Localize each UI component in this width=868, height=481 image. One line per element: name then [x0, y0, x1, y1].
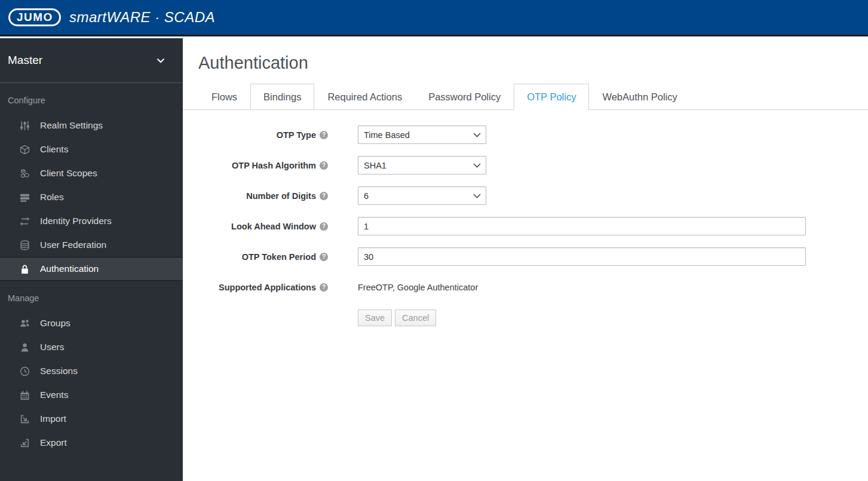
sidebar-item-label: Authentication: [40, 264, 99, 274]
page-title: Authentication: [198, 53, 868, 73]
form-row-otp-type: OTP Type Time Based: [198, 125, 868, 144]
otp-hash-algorithm-select[interactable]: SHA1: [358, 156, 486, 174]
sidebar-item-label: Events: [40, 390, 68, 400]
tab-bar: Flows Bindings Required Actions Password…: [183, 84, 868, 110]
jumo-logo-mark: JUMO: [8, 8, 61, 26]
jumo-logo: JUMO smartWARE · SCADA: [8, 8, 215, 26]
help-icon[interactable]: [320, 222, 328, 231]
supported-applications-value: FreeOTP, Google Authenticator: [358, 283, 478, 292]
main-content: Authentication Flows Bindings Required A…: [183, 38, 868, 481]
sidebar-item-user-federation[interactable]: User Federation: [0, 233, 183, 257]
number-of-digits-select[interactable]: 6: [358, 186, 486, 205]
help-icon[interactable]: [320, 283, 328, 292]
sidebar-item-events[interactable]: Events: [0, 383, 183, 407]
form-row-supported-applications: Supported Applications FreeOTP, Google A…: [198, 278, 868, 296]
export-icon: [20, 438, 30, 448]
section-label-configure: Configure: [0, 96, 183, 105]
cube-icon: [20, 145, 30, 155]
form-row-number-of-digits: Number of Digits 6: [198, 186, 868, 205]
sidebar-item-label: Clients: [40, 144, 68, 155]
sidebar-item-label: Sessions: [40, 366, 78, 376]
supported-applications-label: Supported Applications: [198, 283, 328, 292]
realm-selector-dropdown[interactable]: Master: [0, 38, 183, 83]
field-label-text: OTP Token Period: [242, 252, 316, 262]
otp-policy-form: OTP Type Time Based OTP Hash Algorithm: [198, 125, 868, 327]
tab-otp-policy[interactable]: OTP Policy: [514, 84, 589, 110]
import-icon: [20, 414, 30, 424]
sidebar-item-users[interactable]: Users: [0, 335, 183, 359]
user-icon: [20, 342, 30, 353]
form-row-look-ahead-window: Look Ahead Window: [198, 217, 868, 235]
cubes-icon: [20, 168, 30, 179]
tab-required-actions[interactable]: Required Actions: [314, 84, 415, 109]
tab-flows[interactable]: Flows: [198, 84, 250, 109]
sliders-icon: [20, 121, 30, 131]
lock-icon: [20, 264, 30, 274]
section-label-manage: Manage: [0, 293, 183, 303]
help-icon[interactable]: [320, 192, 328, 200]
field-label-text: OTP Type: [277, 130, 316, 140]
sidebar-item-roles[interactable]: Roles: [0, 185, 183, 209]
exchange-icon: [20, 216, 30, 226]
product-name: smartWARE · SCADA: [69, 9, 215, 26]
sidebar-item-label: Import: [40, 413, 66, 424]
otp-hash-algorithm-label: OTP Hash Algorithm: [198, 161, 328, 170]
field-label-text: Supported Applications: [219, 283, 316, 292]
otp-token-period-label: OTP Token Period: [198, 252, 328, 262]
sidebar-item-label: Identity Providers: [40, 216, 112, 226]
sidebar-item-label: Roles: [40, 192, 64, 203]
look-ahead-window-input[interactable]: [358, 217, 806, 235]
sidebar-item-export[interactable]: Export: [0, 431, 183, 455]
help-icon[interactable]: [320, 161, 328, 170]
cancel-button[interactable]: Cancel: [395, 310, 436, 326]
otp-type-label: OTP Type: [198, 130, 328, 140]
sidebar-item-identity-providers[interactable]: Identity Providers: [0, 209, 183, 233]
sidebar: Master Configure Realm Settings Clients …: [0, 38, 183, 481]
save-button[interactable]: Save: [358, 310, 392, 326]
sidebar-item-realm-settings[interactable]: Realm Settings: [0, 114, 183, 137]
otp-token-period-input[interactable]: [358, 247, 806, 266]
tab-bindings[interactable]: Bindings: [250, 84, 314, 109]
clock-icon: [20, 366, 30, 376]
sidebar-item-label: Export: [40, 437, 67, 448]
form-row-buttons: Save Cancel: [198, 308, 868, 327]
users-icon: [20, 318, 30, 329]
field-label-text: OTP Hash Algorithm: [232, 161, 316, 170]
sidebar-item-label: Groups: [40, 318, 70, 329]
realm-name: Master: [8, 54, 42, 67]
sidebar-item-import[interactable]: Import: [0, 407, 183, 431]
sidebar-item-label: Realm Settings: [40, 120, 103, 131]
sidebar-item-groups[interactable]: Groups: [0, 311, 183, 335]
tab-password-policy[interactable]: Password Policy: [415, 84, 514, 109]
help-icon[interactable]: [320, 253, 328, 261]
database-icon: [20, 240, 30, 250]
sidebar-item-clients[interactable]: Clients: [0, 137, 183, 161]
sidebar-item-sessions[interactable]: Sessions: [0, 359, 183, 383]
sidebar-item-label: Client Scopes: [40, 168, 97, 179]
sidebar-item-authentication[interactable]: Authentication: [0, 257, 183, 281]
calendar-icon: [20, 390, 30, 400]
field-label-text: Look Ahead Window: [231, 222, 316, 231]
form-row-otp-hash-algorithm: OTP Hash Algorithm SHA1: [198, 156, 868, 174]
sidebar-item-label: Users: [40, 342, 64, 353]
otp-type-select[interactable]: Time Based: [358, 125, 486, 144]
sidebar-item-label: User Federation: [40, 240, 106, 250]
field-label-text: Number of Digits: [246, 191, 316, 201]
sidebar-item-client-scopes[interactable]: Client Scopes: [0, 161, 183, 185]
list-icon: [20, 192, 30, 203]
app-header: JUMO smartWARE · SCADA: [0, 0, 868, 36]
look-ahead-window-label: Look Ahead Window: [198, 222, 328, 231]
form-row-otp-token-period: OTP Token Period: [198, 247, 868, 266]
chevron-down-icon: [157, 58, 165, 63]
number-of-digits-label: Number of Digits: [198, 191, 328, 201]
tab-webauthn-policy[interactable]: WebAuthn Policy: [589, 84, 690, 109]
help-icon[interactable]: [320, 131, 328, 139]
